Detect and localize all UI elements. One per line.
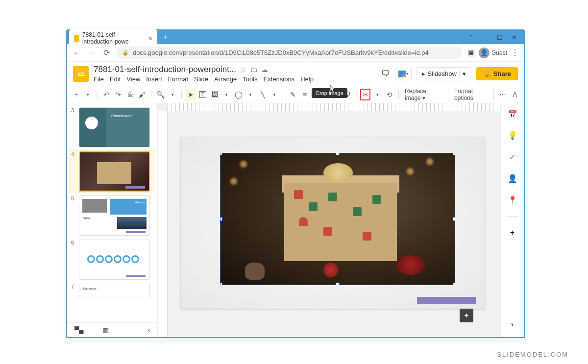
resize-handle[interactable] (220, 217, 222, 221)
star-icon[interactable]: ☆ (240, 66, 246, 73)
contacts-icon[interactable]: 👤 (507, 173, 518, 184)
slide-thumb-3[interactable]: 3 Placeholder (69, 105, 155, 149)
toolbar: + ▾ ↶ ↷ 🖶 🖌 🔍 ▾ ➤ 🅃 🖼 ▾ ◯ ▾ ╲ ▾ ✎ ≡ ⋯ 🔗 … (67, 86, 524, 103)
paint-format-button[interactable]: 🖌 (137, 89, 147, 100)
select-tool[interactable]: ➤ (186, 89, 196, 100)
browser-menu-icon[interactable]: ⋮ (511, 48, 519, 57)
shape-element[interactable] (417, 297, 476, 304)
chevron-down-icon[interactable]: ˅ (469, 34, 473, 41)
reset-image-button[interactable]: ⟲ (385, 89, 394, 100)
slide-thumb-4[interactable]: 4 (69, 149, 155, 194)
mask-dropdown[interactable]: ▾ (372, 89, 382, 100)
new-slide-button[interactable]: + (71, 89, 81, 100)
line-tool[interactable]: ╲ (258, 89, 268, 100)
menu-extensions[interactable]: Extensions (264, 75, 295, 83)
profile-button[interactable]: 👤 Guest (479, 48, 507, 58)
more-button[interactable]: ⋯ (498, 89, 508, 100)
filmstrip-sidebar[interactable]: 3 Placeholder 4 5 MissionVision 6 7 Educ… (67, 103, 158, 337)
thumb-number: 5 (71, 195, 76, 236)
menu-edit[interactable]: Edit (110, 75, 121, 83)
format-options-button[interactable]: Format options (452, 88, 490, 101)
maximize-icon[interactable]: ☐ (497, 34, 503, 41)
canvas-area[interactable]: ✦ (158, 103, 500, 337)
selected-image[interactable] (220, 153, 455, 285)
resize-handle[interactable] (453, 283, 455, 285)
slide-thumb-7[interactable]: 7 Education (69, 282, 155, 300)
lock-icon: 🔒 (122, 49, 129, 56)
resize-handle[interactable] (453, 153, 455, 155)
border-color-button[interactable]: ✎ (288, 89, 297, 100)
menu-file[interactable]: File (94, 75, 104, 83)
collapse-filmstrip-icon[interactable]: ‹ (148, 326, 150, 334)
resize-handle[interactable] (336, 283, 340, 285)
resize-handle[interactable] (220, 283, 222, 285)
resize-handle[interactable] (453, 217, 455, 221)
doc-title[interactable]: 7881-01-self-introduction-powerpoint... (94, 65, 236, 74)
window-controls: ˅ — ☐ ✕ (469, 34, 522, 41)
comments-icon[interactable]: 🗨 (381, 69, 390, 79)
cloud-icon[interactable]: ☁ (261, 66, 268, 73)
share-label: Share (493, 70, 511, 77)
cursor-icon (330, 85, 336, 93)
minimize-icon[interactable]: — (482, 34, 488, 41)
slide-thumb-5[interactable]: 5 MissionVision (69, 194, 155, 238)
slideshow-dropdown[interactable]: ▾ (459, 70, 466, 77)
slide-canvas[interactable] (181, 137, 485, 309)
crop-button[interactable]: ✂ (360, 89, 370, 100)
calendar-icon[interactable]: 📅 (507, 108, 518, 119)
zoom-dropdown[interactable]: ▾ (168, 89, 177, 100)
reload-button[interactable]: ⟳ (101, 48, 111, 57)
lock-icon: 🔒 (483, 70, 491, 77)
image-tool[interactable]: 🖼 (210, 89, 220, 100)
view-controls: ▀▄ ▦ ‹ (67, 322, 157, 337)
border-weight-button[interactable]: ≡ (300, 89, 310, 100)
line-dropdown[interactable]: ▾ (270, 89, 279, 100)
keep-icon[interactable]: 💡 (507, 130, 518, 141)
undo-button[interactable]: ↶ (101, 89, 111, 100)
new-slide-dropdown[interactable]: ▾ (83, 89, 93, 100)
install-icon[interactable]: ▣ (467, 48, 475, 57)
menu-slide[interactable]: Slide (194, 75, 208, 83)
move-icon[interactable]: 🗀 (250, 66, 257, 73)
add-panel-icon[interactable]: + (507, 227, 518, 238)
profile-label: Guest (491, 49, 507, 56)
meet-button[interactable]: ▾ (395, 68, 412, 80)
slideshow-button[interactable]: ▸ Slideshow ▾ (416, 67, 471, 80)
shape-tool[interactable]: ◯ (234, 89, 244, 100)
share-button[interactable]: 🔒 Share (476, 67, 518, 80)
url-input[interactable]: 🔒 docs.google.com/presentation/d/1D9CiL0… (116, 47, 463, 59)
address-bar: ← → ⟳ 🔒 docs.google.com/presentation/d/1… (67, 44, 524, 62)
zoom-button[interactable]: 🔍 (155, 89, 165, 100)
print-button[interactable]: 🖶 (125, 89, 135, 100)
slide-thumb-6[interactable]: 6 (69, 238, 155, 282)
collapse-panel-icon[interactable]: › (507, 319, 518, 330)
textbox-tool[interactable]: 🅃 (198, 89, 208, 100)
maps-icon[interactable]: 📍 (507, 194, 518, 205)
new-tab-button[interactable]: + (163, 32, 169, 43)
collapse-toolbar-button[interactable]: ᐱ (510, 89, 520, 100)
back-button[interactable]: ← (72, 49, 82, 57)
filmstrip-view-icon[interactable]: ▀▄ (74, 326, 83, 334)
menu-arrange[interactable]: Arrange (214, 75, 237, 83)
redo-button[interactable]: ↷ (113, 89, 123, 100)
replace-image-button[interactable]: Replace image ▾ (403, 88, 444, 101)
close-icon[interactable]: ✕ (512, 34, 517, 41)
resize-handle[interactable] (220, 153, 222, 155)
resize-handle[interactable] (336, 153, 340, 155)
slides-logo[interactable]: ▭ (73, 66, 89, 82)
menu-help[interactable]: Help (300, 75, 314, 83)
forward-button[interactable]: → (87, 49, 97, 57)
tasks-icon[interactable]: ✓ (507, 151, 518, 162)
browser-window: 7881-01-self-introduction-powe × + ˅ — ☐… (66, 29, 525, 338)
browser-titlebar: 7881-01-self-introduction-powe × + ˅ — ☐… (67, 30, 524, 44)
close-tab-icon[interactable]: × (148, 34, 152, 42)
thumb-number: 4 (71, 151, 76, 192)
menu-tools[interactable]: Tools (243, 75, 257, 83)
image-dropdown[interactable]: ▾ (221, 89, 231, 100)
menu-view[interactable]: View (126, 75, 140, 83)
menu-format[interactable]: Format (168, 75, 188, 83)
explore-button[interactable]: ✦ (460, 309, 473, 322)
menu-insert[interactable]: Insert (146, 75, 162, 83)
shape-dropdown[interactable]: ▾ (245, 89, 255, 100)
grid-view-icon[interactable]: ▦ (103, 326, 109, 334)
